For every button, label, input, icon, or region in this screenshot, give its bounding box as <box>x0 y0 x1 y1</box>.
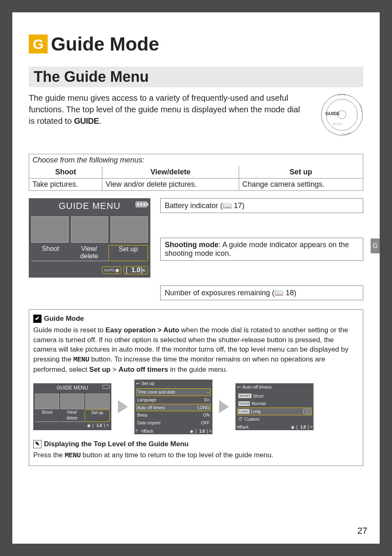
battery-icon <box>102 385 110 389</box>
table-header-shoot: Shoot <box>29 166 102 178</box>
chapter-header: GGuide Mode <box>29 33 363 55</box>
page-number: 27 <box>357 526 367 536</box>
check-icon: ✔ <box>33 315 42 323</box>
mode-icon: ◉ <box>291 424 295 430</box>
battery-icon <box>136 202 147 207</box>
lcd-tab-shoot: Shoot <box>31 245 70 261</box>
table-header-view: View/delete <box>102 166 239 178</box>
chapter-badge: G <box>29 35 48 53</box>
note2-title: Displaying the Top Level of the Guide Me… <box>44 439 189 449</box>
arrow-right-icon <box>118 400 128 413</box>
note1-title: Guide Mode <box>44 314 84 324</box>
chapter-title: Guide Mode <box>51 33 159 55</box>
lcd-tab-view: View/ delete <box>70 245 108 261</box>
mode-icon: ◉ <box>190 429 194 434</box>
shooting-mode-icon: AUTO◉ <box>102 266 121 274</box>
table-cell-shoot: Take pictures. <box>29 178 102 191</box>
pencil-icon: ✎ <box>33 440 42 448</box>
arrow-right-icon <box>219 400 229 413</box>
lcd-screen: GUIDE MENU Shoot View/ delete Set up AUT… <box>29 198 150 278</box>
callout-shooting-mode: Shooting mode: A guide mode indicator ap… <box>160 238 363 261</box>
svg-text:GUIDE: GUIDE <box>325 111 340 116</box>
back-icon: ↩ <box>237 384 241 390</box>
thumb-view <box>71 216 108 243</box>
timer-icon: ⏱ <box>238 416 243 422</box>
back-icon: ↩ <box>136 380 140 387</box>
mode-dial-illustration: GUIDE AUTO <box>310 92 363 137</box>
intro-paragraph: The guide menu gives access to a variety… <box>29 92 304 127</box>
ok-icon: OK <box>303 409 311 414</box>
lcd-title: GUIDE MENU <box>29 198 150 214</box>
help-icon: ? <box>135 429 138 434</box>
callout-exposures: Number of exposures remaining (📖 18) <box>160 285 363 300</box>
intro-guide-word: GUIDE <box>74 116 99 125</box>
mode-icon: ◉ <box>87 423 91 429</box>
side-tab-marker: G <box>371 239 380 253</box>
thumb-shoot <box>31 216 69 243</box>
note2-body: Press the MENU button at any time to ret… <box>33 450 359 461</box>
lcd-tab-setup: Set up <box>108 245 148 261</box>
note1-body: Guide mode is reset to Easy operation > … <box>33 325 359 375</box>
note-guide-mode: ✔ Guide Mode Guide mode is reset to Easy… <box>29 309 363 466</box>
exposure-count: [ 1.0]K <box>124 266 148 274</box>
mini-screen-autooff: ↩Auto off timers SHORTShort NORMNormal L… <box>235 383 314 430</box>
intro-text-1: The guide menu gives access to a variety… <box>29 93 300 125</box>
menu-category-table: Choose from the following menus: Shoot V… <box>29 154 363 191</box>
table-caption: Choose from the following menus: <box>29 154 363 167</box>
thumb-setup <box>111 216 148 243</box>
callout-battery: Battery indicator (📖 17) <box>160 198 363 213</box>
table-cell-view: View and/or delete pictures. <box>102 178 239 191</box>
mini-screen-setup: ↩Set up Time zone and date-- LanguageEn … <box>134 380 212 434</box>
mini-screen-guide: GUIDE MENU Shoot View/ delete Set up ◉[ … <box>33 383 111 430</box>
intro-text-2: . <box>99 116 101 125</box>
svg-text:AUTO: AUTO <box>333 122 342 126</box>
table-header-setup: Set up <box>239 166 363 178</box>
table-cell-setup: Change camera settings. <box>239 178 363 191</box>
section-header: The Guide Menu <box>29 67 363 87</box>
